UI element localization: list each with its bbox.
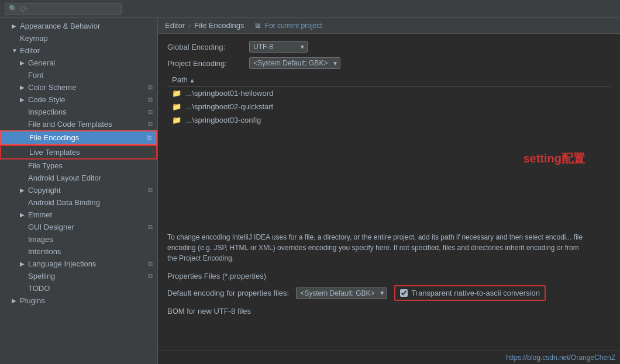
arrow-spacer <box>20 72 28 78</box>
settings-body: Global Encoding: UTF-8 ▼ Project Encodin… <box>158 34 620 351</box>
sidebar-item-gui-designer[interactable]: GUI Designer ⧉ <box>0 221 157 233</box>
arrow-spacer <box>20 248 28 255</box>
content-panel: Editor › File Encodings 🖥 For current pr… <box>158 18 620 364</box>
main-layout: ▶ Appearance & Behavior Keymap ▼ Editor … <box>0 18 620 364</box>
project-encoding-dropdown-wrapper[interactable]: <System Default: GBK> ▼ <box>249 57 340 69</box>
sidebar-item-todo[interactable]: TODO <box>0 282 157 294</box>
top-bar: 🔍 Q~ <box>0 0 620 18</box>
arrow-icon: ▶ <box>20 60 28 66</box>
arrow-icon: ▶ <box>20 212 28 218</box>
copy-icon: ⧉ <box>148 96 153 103</box>
arrow-spacer <box>20 109 28 115</box>
project-encoding-select[interactable]: <System Default: GBK> <box>249 57 340 69</box>
sidebar-item-keymap[interactable]: Keymap <box>0 32 157 44</box>
sidebar-item-file-encodings[interactable]: File Encodings ⧉ <box>0 130 157 145</box>
sidebar-item-label: GUI Designer <box>28 223 74 231</box>
sidebar-item-language-injections[interactable]: ▶ Language Injections ⧉ <box>0 258 157 270</box>
sidebar-item-editor[interactable]: ▼ Editor <box>0 44 157 57</box>
properties-encoding-select[interactable]: <System Default: GBK> <box>296 287 387 299</box>
bom-row: BOM for new UTF-8 files <box>167 307 611 316</box>
search-icon: 🔍 <box>9 5 18 13</box>
arrow-spacer <box>21 134 29 141</box>
breadcrumb-current: File Encodings <box>194 21 244 30</box>
arrow-icon: ▶ <box>20 187 28 193</box>
sidebar-item-label: TODO <box>28 284 50 293</box>
sidebar-item-label: File and Code Templates <box>28 120 112 129</box>
transparent-conversion-checkbox[interactable] <box>400 289 408 297</box>
arrow-spacer <box>20 175 28 181</box>
sidebar-item-emmet[interactable]: ▶ Emmet <box>0 209 157 221</box>
global-encoding-dropdown-wrapper[interactable]: UTF-8 ▼ <box>249 41 308 53</box>
file-table: Path 📁 ...\springboot01-helloword 📁 ...\… <box>167 74 611 127</box>
properties-encoding-dropdown-wrapper[interactable]: <System Default: GBK> ▼ <box>296 287 387 299</box>
copy-icon: ⧉ <box>148 272 153 280</box>
arrow-icon: ▶ <box>12 297 20 304</box>
default-encoding-label: Default encoding for properties files: <box>167 289 289 297</box>
sidebar-item-android-layout-editor[interactable]: Android Layout Editor <box>0 172 157 184</box>
sidebar-item-label: Android Layout Editor <box>28 174 101 182</box>
sidebar-item-label: File Encodings <box>29 133 79 142</box>
properties-row: Default encoding for properties files: <… <box>167 285 611 301</box>
search-placeholder: Q~ <box>20 5 29 13</box>
copy-icon: ⧉ <box>148 186 153 194</box>
sidebar-item-images[interactable]: Images <box>0 233 157 245</box>
sidebar-item-plugins[interactable]: ▶ Plugins <box>0 294 157 307</box>
sidebar-item-label: Inspections <box>28 108 67 116</box>
sidebar-item-code-style[interactable]: ▶ Code Style ⧉ <box>0 93 157 106</box>
table-cell-path: 📁 ...\springboot03-config <box>167 113 611 127</box>
sidebar-item-label: Code Style <box>28 95 66 104</box>
sidebar-item-copyright[interactable]: ▶ Copyright ⧉ <box>0 184 157 196</box>
arrow-spacer <box>21 149 29 155</box>
breadcrumb: Editor › File Encodings 🖥 For current pr… <box>158 18 620 34</box>
sidebar-item-android-data-binding[interactable]: Android Data Binding <box>0 196 157 209</box>
sidebar-item-inspections[interactable]: Inspections ⧉ <box>0 106 157 118</box>
breadcrumb-parent: Editor <box>165 21 185 30</box>
transparent-conversion-label[interactable]: Transparent native-to-ascii conversion <box>394 285 546 301</box>
footer-url: https://blog.csdn.net/OrangeChenZ <box>158 351 620 364</box>
sidebar-item-appearance-behavior[interactable]: ▶ Appearance & Behavior <box>0 20 157 32</box>
table-header-path[interactable]: Path <box>167 74 611 86</box>
sidebar-item-label: Intentions <box>28 247 61 256</box>
sidebar-item-live-templates[interactable]: Live Templates <box>0 145 157 160</box>
sidebar-item-file-code-templates[interactable]: File and Code Templates ⧉ <box>0 118 157 130</box>
arrow-spacer <box>20 121 28 127</box>
arrow-spacer <box>20 273 28 279</box>
sidebar-item-label: Android Data Binding <box>28 198 100 207</box>
sidebar-item-label: Images <box>28 235 53 244</box>
sidebar-item-label: Editor <box>20 46 40 55</box>
watermark-text: setting配置 <box>523 151 585 167</box>
sidebar-item-label: Live Templates <box>29 148 80 157</box>
sidebar-item-label: Copyright <box>28 186 61 195</box>
copy-icon: ⧉ <box>148 84 153 91</box>
sidebar-item-font[interactable]: Font <box>0 69 157 81</box>
arrow-spacer <box>20 285 28 292</box>
project-encoding-row: Project Encoding: <System Default: GBK> … <box>167 57 611 69</box>
breadcrumb-project: For current project <box>265 22 322 30</box>
folder-icon: 📁 <box>172 89 181 98</box>
arrow-spacer <box>20 236 28 242</box>
sidebar-item-file-types[interactable]: File Types <box>0 160 157 172</box>
arrow-spacer <box>20 199 28 206</box>
global-encoding-label: Global Encoding: <box>167 43 243 51</box>
sidebar-item-label: Emmet <box>28 210 52 219</box>
description-text: To change encoding IntelliJ IDEA uses fo… <box>167 232 588 264</box>
sidebar-item-spelling[interactable]: Spelling ⧉ <box>0 270 157 282</box>
table-row[interactable]: 📁 ...\springboot03-config <box>167 113 611 127</box>
sidebar-item-color-scheme[interactable]: ▶ Color Scheme ⧉ <box>0 81 157 93</box>
table-row[interactable]: 📁 ...\springboot02-quickstart <box>167 100 611 113</box>
search-box[interactable]: 🔍 Q~ <box>5 3 122 15</box>
copy-icon: ⧉ <box>148 108 153 116</box>
properties-section-title: Properties Files (*.properties) <box>167 272 611 280</box>
sidebar-item-label: Plugins <box>20 296 45 305</box>
arrow-icon: ▶ <box>20 84 28 91</box>
sidebar-item-label: Keymap <box>20 34 48 43</box>
arrow-spacer <box>20 224 28 230</box>
copy-icon: ⧉ <box>148 120 153 128</box>
sidebar-item-label: Appearance & Behavior <box>20 22 100 30</box>
sidebar: ▶ Appearance & Behavior Keymap ▼ Editor … <box>0 18 158 364</box>
sidebar-item-intentions[interactable]: Intentions <box>0 245 157 258</box>
global-encoding-select[interactable]: UTF-8 <box>249 41 308 53</box>
sidebar-item-general[interactable]: ▶ General <box>0 57 157 69</box>
table-row[interactable]: 📁 ...\springboot01-helloword <box>167 86 611 100</box>
sidebar-item-label: Language Injections <box>28 259 96 268</box>
